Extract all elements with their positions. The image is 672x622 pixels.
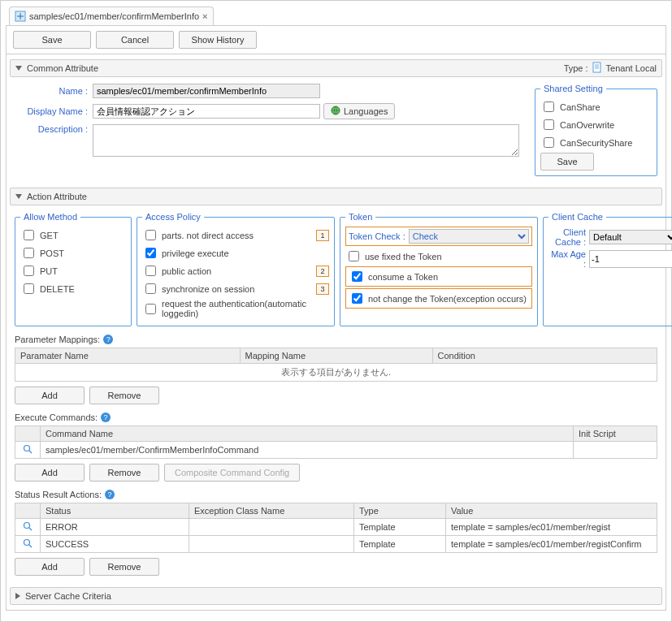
languages-button[interactable]: Languages (323, 103, 395, 119)
client-cache-label: Client Cache : (548, 227, 586, 247)
caret-down-icon (15, 66, 22, 71)
exec-commands-title: Execute Commands: (15, 413, 98, 422)
put-checkbox[interactable] (24, 266, 34, 276)
svg-rect-1 (593, 63, 600, 72)
type-label: Type : (564, 63, 588, 73)
caret-down-icon (15, 194, 22, 199)
status-remove-button[interactable]: Remove (89, 558, 159, 576)
parts-checkbox[interactable] (145, 230, 156, 240)
post-checkbox[interactable] (24, 248, 34, 258)
exec-commands-table: Command Name Init Script samples/ec01/me… (15, 425, 657, 459)
param-add-button[interactable]: Add (15, 387, 85, 404)
search-icon[interactable] (23, 444, 33, 454)
description-label: Description : (15, 124, 88, 134)
access-policy-panel: Access Policy parts. not direct access1 … (137, 212, 335, 326)
display-name-input[interactable] (93, 104, 320, 119)
max-age-input[interactable] (589, 250, 672, 268)
description-input[interactable] (93, 124, 519, 157)
param-mappings-title: Parameter Mappings: (15, 335, 100, 344)
empty-row: 表示する項目がありません. (15, 364, 657, 382)
shared-setting-panel: Shared Setting CanShare CanOverwrite Can… (535, 84, 657, 176)
exec-add-button[interactable]: Add (15, 464, 85, 482)
toolbar: Save Cancel Show History (6, 25, 666, 54)
client-cache-panel: Client Cache Client Cache : Default Max … (543, 212, 672, 326)
delete-checkbox[interactable] (24, 283, 34, 294)
callout-1: 1 (316, 230, 329, 241)
canshare-checkbox[interactable] (544, 102, 554, 112)
common-attribute-header[interactable]: Common Attribute Type : Tenant Local (10, 59, 662, 77)
param-remove-button[interactable]: Remove (89, 387, 159, 404)
shared-save-button[interactable]: Save (540, 153, 594, 171)
use-fixed-token-checkbox[interactable] (349, 251, 359, 261)
action-attribute-header[interactable]: Action Attribute (10, 188, 662, 205)
composite-config-button: Composite Command Config (164, 464, 300, 482)
status-add-button[interactable]: Add (15, 558, 85, 576)
show-history-button[interactable]: Show History (179, 31, 257, 49)
help-icon[interactable]: ? (101, 413, 111, 422)
cancel-button[interactable]: Cancel (96, 31, 174, 49)
max-age-label: Max Age : (548, 249, 586, 269)
param-mappings-table: Paramater Name Mapping Name Condition 表示… (15, 348, 657, 382)
sync-checkbox[interactable] (145, 283, 156, 294)
token-check-select[interactable]: Check (409, 229, 529, 244)
name-label: Name : (15, 86, 88, 96)
token-panel: Token Token Check : Check use fixed the … (340, 212, 538, 326)
privilege-checkbox[interactable] (145, 248, 156, 258)
type-value: Tenant Local (606, 63, 657, 73)
action-attribute-section: Action Attribute Allow Method GET POST P… (10, 188, 662, 582)
table-row[interactable]: SUCCESS Template template = samples/ec01… (15, 536, 657, 553)
get-checkbox[interactable] (24, 230, 34, 240)
tab-close[interactable]: × (202, 11, 207, 21)
auth-checkbox[interactable] (145, 304, 156, 314)
globe-icon (331, 106, 340, 117)
section-title: Server Cache Criteria (25, 591, 111, 601)
token-check-label: Token Check : (349, 231, 405, 241)
editor-tab[interactable]: samples/ec01/member/confirmMemberInfo × (9, 6, 214, 25)
search-icon[interactable] (23, 538, 33, 548)
section-title: Common Attribute (27, 63, 98, 73)
caret-right-icon (15, 593, 20, 599)
table-row[interactable]: ERROR Template template = samples/ec01/m… (15, 519, 657, 536)
not-change-token-checkbox[interactable] (352, 293, 362, 304)
svg-point-3 (24, 446, 30, 451)
allow-method-panel: Allow Method GET POST PUT DELETE (15, 212, 132, 326)
public-checkbox[interactable] (145, 266, 156, 276)
svg-point-4 (24, 523, 30, 529)
common-attribute-section: Common Attribute Type : Tenant Local Nam… (10, 59, 662, 183)
help-icon[interactable]: ? (105, 490, 115, 499)
status-result-table: Status Exception Class Name Type Value E… (15, 503, 657, 553)
save-button[interactable]: Save (13, 31, 91, 49)
display-name-label: Display Name : (15, 106, 88, 116)
help-icon[interactable]: ? (103, 335, 113, 344)
cansecurityshare-checkbox[interactable] (544, 137, 554, 148)
callout-3: 3 (316, 283, 329, 295)
action-icon (15, 11, 26, 22)
table-row[interactable]: samples/ec01/member/ConfirmMemberInfoCom… (15, 442, 657, 459)
name-input (93, 84, 320, 98)
exec-remove-button[interactable]: Remove (89, 464, 159, 482)
tab-label: samples/ec01/member/confirmMemberInfo (29, 11, 199, 21)
client-cache-select[interactable]: Default (589, 230, 672, 244)
canoverwrite-checkbox[interactable] (544, 119, 554, 130)
callout-2: 2 (316, 266, 329, 277)
consume-token-checkbox[interactable] (352, 271, 362, 282)
status-result-title: Status Result Actions: (15, 490, 102, 499)
server-cache-section: Server Cache Criteria (10, 587, 662, 605)
server-cache-header[interactable]: Server Cache Criteria (10, 587, 662, 605)
page-icon (592, 62, 603, 75)
tab-bar: samples/ec01/member/confirmMemberInfo × (6, 6, 666, 25)
search-icon[interactable] (23, 521, 33, 531)
svg-point-5 (24, 540, 30, 546)
section-title: Action Attribute (27, 192, 87, 201)
